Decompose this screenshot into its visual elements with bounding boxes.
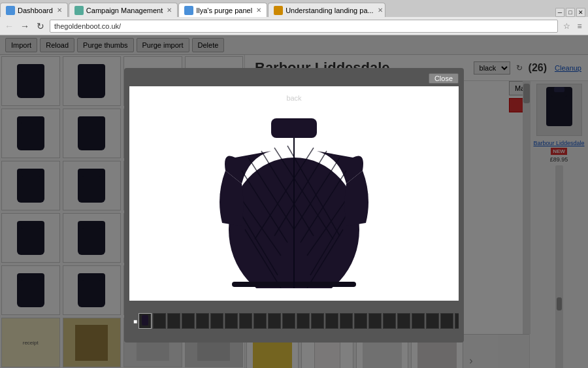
btm-thumb-figure-2 (314, 342, 340, 369)
color-select[interactable]: black (474, 61, 510, 75)
film-thumb-17[interactable] (368, 313, 382, 329)
tab-close-purge[interactable]: ✕ (256, 7, 261, 14)
film-thumb-19[interactable] (397, 313, 410, 329)
page-content: Import Reload Purge thumbs Purge import … (0, 35, 588, 368)
tab-close-landing[interactable]: ✕ (378, 7, 383, 14)
address-bar[interactable]: thegoldenboot.co.uk/ (50, 20, 558, 33)
jacket-thumb-5-2 (78, 273, 105, 307)
film-thumb-13[interactable] (311, 313, 324, 329)
thumb-cell-6-1[interactable]: receipt (1, 318, 60, 367)
jacket-thumb-2-1 (17, 116, 44, 150)
tab-landing[interactable]: Understanding landing pa... ✕ (268, 3, 385, 17)
film-thumb-7[interactable] (225, 313, 238, 329)
thumb-cell-2-2[interactable] (63, 109, 122, 158)
thumb-cell-4-1[interactable] (1, 213, 60, 263)
thumb-label-6-1: receipt (22, 339, 40, 347)
panel-jacket-svg (540, 87, 579, 133)
tab-purge[interactable]: Ilya's purge panel ✕ (178, 3, 267, 17)
btm-thumb-img-3 (363, 339, 402, 368)
tab-bar: Dashboard ✕ Campaign Management ✕ Ilya's… (0, 0, 588, 17)
tab-label-landing: Understanding landing pa... (286, 7, 374, 14)
panel-price: £89.95 (550, 156, 568, 163)
thumb-cell-5-1[interactable] (1, 265, 60, 315)
color-refresh-icon[interactable]: ↻ (513, 61, 526, 75)
film-thumb-20[interactable] (412, 313, 425, 329)
modal-close-button[interactable]: Close (429, 73, 459, 84)
jacket-thumb-1-1 (17, 64, 44, 98)
jacket-thumb-3-1 (17, 169, 44, 203)
main-scrollbar[interactable] (523, 81, 531, 334)
tab-label-campaign: Campaign Management (86, 7, 163, 14)
panel-new-badge: NEW (551, 148, 567, 155)
panel-scrollbar[interactable] (555, 165, 563, 368)
film-thumb-6[interactable] (210, 313, 223, 329)
menu-icon[interactable]: ≡ (574, 20, 585, 32)
film-thumb-16[interactable] (354, 313, 367, 329)
import-button[interactable]: Import (5, 38, 37, 52)
film-thumb-12[interactable] (297, 313, 310, 329)
modal-filmstrip: ■ (129, 305, 459, 337)
window-maximize[interactable]: □ (566, 8, 575, 17)
cleanup-button[interactable]: Cleanup (555, 64, 581, 72)
thumb-cell-5-2[interactable] (63, 265, 122, 315)
purge-import-button[interactable]: Purge import (137, 38, 189, 52)
tab-dashboard[interactable]: Dashboard ✕ (0, 3, 68, 17)
thumb-cell-2-1[interactable] (1, 109, 60, 158)
refresh-button[interactable]: ↻ (34, 20, 47, 33)
film-thumb-11[interactable] (282, 313, 295, 329)
film-thumb-2[interactable] (153, 313, 166, 329)
svg-rect-4 (271, 118, 317, 138)
film-thumb-22[interactable] (440, 313, 453, 329)
browser-chrome: Dashboard ✕ Campaign Management ✕ Ilya's… (0, 0, 588, 35)
bookmark-icon[interactable]: ☆ (561, 20, 572, 32)
tab-campaign[interactable]: Campaign Management ✕ (69, 3, 178, 17)
film-thumb-18[interactable] (383, 313, 396, 329)
tab-favicon-campaign (74, 6, 84, 15)
film-thumb-8[interactable] (239, 313, 252, 329)
image-modal: Close back (124, 68, 464, 343)
thumb-cell-1-2[interactable] (63, 56, 122, 106)
thumb-cell-6-2[interactable] (63, 318, 122, 367)
tab-favicon-purge (184, 6, 193, 15)
tab-close-campaign[interactable]: ✕ (167, 7, 172, 14)
thumb-cell-4-2[interactable] (63, 213, 122, 263)
film-thumb-4[interactable] (182, 313, 195, 329)
address-text: thegoldenboot.co.uk/ (54, 22, 121, 30)
film-thumb-14[interactable] (325, 313, 338, 329)
film-thumb-9[interactable] (253, 313, 267, 329)
panel-product-name[interactable]: Barbour Liddesdale (533, 140, 584, 146)
jacket-thumb-1-2 (78, 64, 105, 98)
film-thumb-3[interactable] (167, 313, 180, 329)
back-button[interactable]: ← (3, 20, 16, 33)
jacket-thumb-3-2 (78, 169, 105, 203)
purge-thumbs-button[interactable]: Purge thumbs (77, 38, 133, 52)
film-thumb-21[interactable] (426, 313, 439, 329)
film-thumb-15[interactable] (340, 313, 353, 329)
tab-close-dashboard[interactable]: ✕ (57, 7, 62, 14)
delete-button[interactable]: Delete (192, 38, 225, 52)
jacket-thumb-2-2 (78, 116, 105, 150)
thumb-cell-3-2[interactable] (63, 161, 122, 210)
btm-thumb-img-2 (308, 339, 347, 368)
filmstrip-cursor: ■ (133, 318, 137, 325)
main-scroll-thumb (523, 84, 530, 103)
jacket-thumb-4-1 (17, 221, 44, 255)
nav-bar: ← → ↻ thegoldenboot.co.uk/ ☆ ≡ (0, 17, 588, 35)
modal-image-area: back (129, 86, 459, 301)
color-select-wrap: black ↻ (26) Cleanup (474, 61, 581, 75)
film-thumb-10[interactable] (268, 313, 281, 329)
tab-favicon-dashboard (6, 6, 15, 15)
tab-favicon-landing (274, 6, 283, 15)
bottom-thumbs-next[interactable]: › (465, 355, 478, 367)
window-minimize[interactable]: ─ (555, 8, 564, 17)
film-thumb-5[interactable] (196, 313, 209, 329)
reload-button[interactable]: Reload (40, 38, 74, 52)
film-thumb-1[interactable] (139, 313, 152, 329)
panel-thumb[interactable] (536, 84, 582, 136)
forward-button[interactable]: → (18, 20, 31, 33)
thumb-cell-1-1[interactable] (1, 56, 60, 106)
thumb-cell-3-1[interactable] (1, 161, 60, 210)
window-close[interactable]: ✕ (576, 8, 585, 17)
film-thumb-23[interactable] (455, 313, 459, 329)
svg-rect-22 (142, 315, 148, 326)
